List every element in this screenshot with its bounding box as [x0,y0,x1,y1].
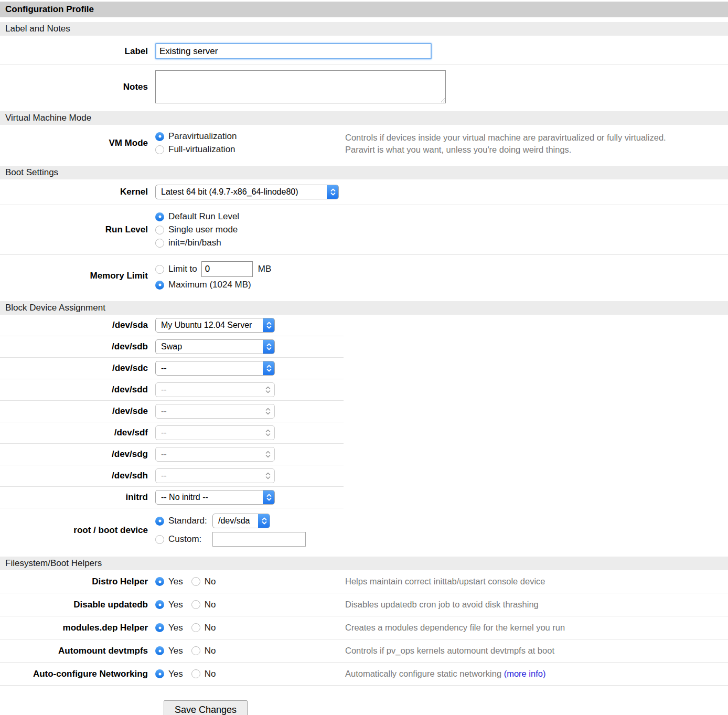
device-sdf-label: /dev/sdf [0,428,155,438]
root-standard-label: Standard: [168,516,212,526]
initrd-row: initrd -- No initrd -- [0,487,728,508]
helper-row-distro: Distro Helper Yes No Helps maintain corr… [0,570,728,593]
yes-label: Yes [168,600,183,610]
device-row-sdf: /dev/sdf -- [0,422,728,444]
memory-limit-input[interactable] [201,261,253,277]
disable-updatedb-label: Disable updatedb [0,600,155,610]
memory-maximum-radio[interactable] [155,281,164,290]
automount-devtmpfs-yes-radio[interactable] [155,646,164,655]
root-standard-select[interactable]: /dev/sda [212,514,270,528]
run-level-init-bash-label: init=/bin/bash [168,238,221,248]
device-sdh-select[interactable]: -- [155,468,275,483]
stepper-icon [263,490,275,505]
device-sdc-select[interactable]: -- [155,361,275,376]
modules-dep-help: Creates a modules dependency file for th… [345,622,565,634]
disable-updatedb-help: Disables updatedb cron job to avoid disk… [345,599,539,611]
device-sdh-label: /dev/sdh [0,471,155,481]
device-sdg-select[interactable]: -- [155,447,275,462]
helper-row-devtmpfs: Automount devtmpfs Yes No Controls if pv… [0,639,728,663]
device-sdc-select-value: -- [156,364,167,373]
device-sdf-select-value: -- [156,428,167,437]
section-header-helpers: Filesystem/Boot Helpers [0,557,728,570]
automount-devtmpfs-no-radio[interactable] [191,646,200,655]
more-info-link[interactable]: (more info) [504,669,546,678]
no-label: No [205,577,216,587]
save-button[interactable]: Save Changes [164,700,248,715]
distro-helper-help: Helps maintain correct inittab/upstart c… [345,575,545,588]
device-row-sdg: /dev/sdg -- [0,444,728,465]
automount-devtmpfs-help: Controls if pv_ops kernels automount dev… [345,645,554,657]
root-custom-input[interactable] [212,532,306,547]
yes-label: Yes [168,577,183,587]
root-standard-select-value: /dev/sda [213,516,250,526]
device-sde-label: /dev/sde [0,406,155,417]
root-boot-device-row: root / boot device Standard: /dev/sda Cu… [0,508,728,552]
modules-dep-yes-radio[interactable] [155,623,164,632]
section-header-label-notes: Label and Notes [0,22,728,36]
device-sdd-label: /dev/sdd [0,385,155,395]
yes-label: Yes [168,646,183,656]
distro-helper-no-radio[interactable] [191,577,200,586]
yes-label: Yes [168,669,183,679]
vm-mode-row: VM Mode Paravirtualization Full-virtuali… [0,125,728,161]
device-sdf-select[interactable]: -- [155,425,275,440]
helper-row-modules-dep: modules.dep Helper Yes No Creates a modu… [0,616,728,639]
section-header-block-devices: Block Device Assignment [0,301,728,315]
memory-limit-unit: MB [258,264,272,274]
label-input[interactable] [155,43,432,59]
device-row-sdc: /dev/sdc -- [0,358,728,379]
device-sde-select[interactable]: -- [155,404,275,419]
device-sdg-label: /dev/sdg [0,449,155,460]
no-label: No [205,646,216,656]
device-sdb-select-value: Swap [156,342,182,351]
auto-configure-networking-label: Auto-configure Networking [0,669,155,679]
device-sdd-select[interactable]: -- [155,382,275,397]
disable-updatedb-no-radio[interactable] [191,600,200,609]
modules-dep-no-radio[interactable] [191,623,200,632]
stepper-icon [263,318,275,333]
run-level-default-radio[interactable] [155,212,164,221]
kernel-select[interactable]: Latest 64 bit (4.9.7-x86_64-linode80) [155,185,339,199]
auto-configure-networking-no-radio[interactable] [191,669,200,678]
notes-field-label: Notes [0,82,155,92]
root-standard-radio[interactable] [155,517,164,526]
section-header-vm-mode: Virtual Machine Mode [0,111,728,125]
yes-label: Yes [168,623,183,633]
device-row-sdb: /dev/sdb Swap [0,336,728,358]
root-custom-radio[interactable] [155,535,164,544]
device-sdb-label: /dev/sdb [0,342,155,352]
stepper-icon [265,383,271,397]
memory-limit-row: Memory Limit Limit to MB Maximum (1024 M… [0,255,728,296]
kernel-select-value: Latest 64 bit (4.9.7-x86_64-linode80) [156,187,298,197]
save-area: Save Changes [0,686,728,715]
run-level-single-user-radio[interactable] [155,226,164,234]
stepper-icon [258,514,270,528]
memory-limit-to-radio[interactable] [155,265,164,274]
auto-configure-networking-help: Automatically configure static networkin… [345,668,545,680]
stepper-icon [327,185,339,199]
device-sda-select[interactable]: My Ubuntu 12.04 Server [155,318,275,333]
no-label: No [205,600,216,610]
auto-configure-networking-help-text: Automatically configure static networkin… [345,669,504,678]
disable-updatedb-yes-radio[interactable] [155,600,164,609]
modules-dep-label: modules.dep Helper [0,623,155,633]
run-level-row: Run Level Default Run Level Single user … [0,205,728,255]
device-sda-select-value: My Ubuntu 12.04 Server [156,321,252,330]
device-row-sda: /dev/sda My Ubuntu 12.04 Server [0,315,728,336]
device-sde-select-value: -- [156,407,167,416]
stepper-icon [265,426,271,440]
initrd-select[interactable]: -- No initrd -- [155,490,275,505]
label-row: Label [0,36,728,65]
root-custom-label: Custom: [168,534,212,545]
device-sdb-select[interactable]: Swap [155,339,275,354]
device-row-sdd: /dev/sdd -- [0,379,728,401]
vm-mode-paravirtualization-radio[interactable] [155,132,164,141]
auto-configure-networking-yes-radio[interactable] [155,669,164,678]
run-level-init-bash-radio[interactable] [155,239,164,248]
vm-mode-full-virtualization-radio[interactable] [155,145,164,154]
kernel-row: Kernel Latest 64 bit (4.9.7-x86_64-linod… [0,179,728,205]
distro-helper-yes-radio[interactable] [155,577,164,586]
initrd-select-value: -- No initrd -- [156,493,208,502]
notes-textarea[interactable] [155,70,446,103]
memory-maximum-label: Maximum (1024 MB) [168,280,251,290]
